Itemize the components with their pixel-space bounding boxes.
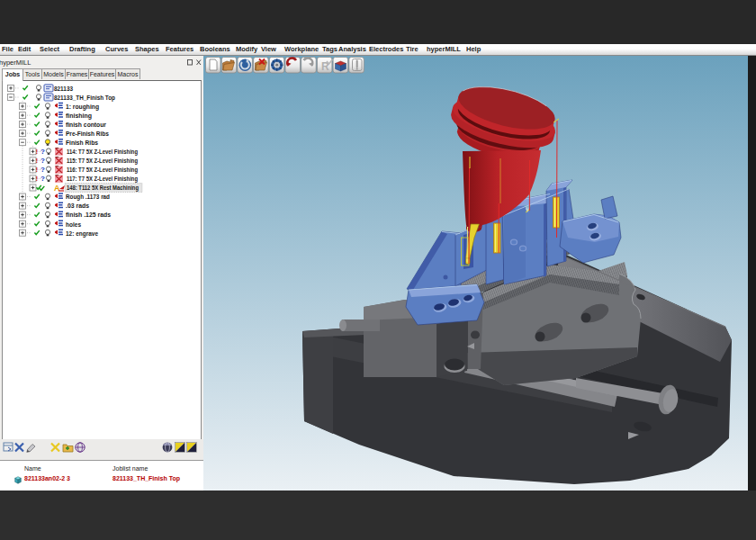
svg-text:Pre-Finish Ribs: Pre-Finish Ribs — [66, 130, 109, 138]
svg-text:Finish Ribs: Finish Ribs — [66, 140, 98, 147]
svg-text:115: T7 5X Z-Level Finishing: 115: T7 5X Z-Level Finishing — [67, 158, 138, 165]
svg-text:117: T7 5X Z-Level Finishing: 117: T7 5X Z-Level Finishing — [67, 176, 138, 183]
svg-text:148: T112 5X Rest Machining: 148: T112 5X Rest Machining — [67, 184, 139, 192]
svg-text:finish contour: finish contour — [66, 122, 106, 129]
svg-text:.03 rads: .03 rads — [66, 202, 89, 210]
svg-text:holes: holes — [66, 221, 81, 229]
svg-text:finish .125 rads: finish .125 rads — [66, 212, 111, 219]
svg-text:1: roughing: 1: roughing — [66, 104, 99, 111]
svg-text:12: engrave: 12: engrave — [66, 230, 98, 238]
svg-text:Rough .1173 rad: Rough .1173 rad — [66, 194, 110, 201]
svg-text:821133: 821133 — [54, 86, 73, 93]
svg-text:821133_TH_Finish Top: 821133_TH_Finish Top — [54, 94, 116, 102]
svg-text:116: T7 5X Z-Level Finishing: 116: T7 5X Z-Level Finishing — [67, 166, 138, 174]
svg-text:finishing: finishing — [66, 112, 92, 120]
svg-text:114: T7 5X Z-Level Finishing: 114: T7 5X Z-Level Finishing — [67, 148, 138, 156]
